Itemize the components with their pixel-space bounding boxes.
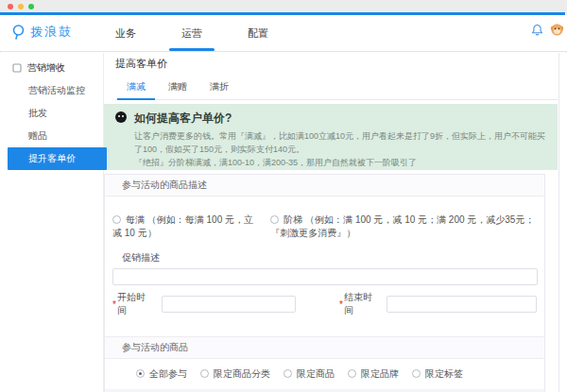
app-logo[interactable]: 拨浪鼓	[11, 24, 73, 41]
radio-option-limit-category[interactable]: 限定商品分类	[200, 367, 270, 381]
radio-label: 阶梯 （例如：满 100 元，减 10 元；满 200 元，减少35元；『刺激更…	[270, 214, 534, 238]
sidebar-group-marketing[interactable]: 营销增收	[0, 57, 103, 79]
page-title: 提高客单价	[104, 53, 567, 71]
radio-option-limit-brand[interactable]: 限定品牌	[348, 367, 399, 381]
product-scope-radio-row: 全部参与 限定商品分类 限定商品 限定品牌 限定标签	[105, 359, 544, 389]
promo-description-label: 促销描述	[122, 251, 537, 264]
nav-item-settings[interactable]: 配置	[225, 15, 291, 51]
rattle-drum-logo-icon	[11, 25, 26, 40]
sidebar-group-label: 营销增收	[27, 61, 65, 75]
logo-text: 拨浪鼓	[30, 24, 73, 41]
tip-title: 如何提高客户单价?	[134, 111, 548, 127]
promotion-form: 参与活动的商品描述 每满 （例如：每满 100 元，立减 10 元） 阶梯 （例…	[104, 174, 545, 392]
radio-label: 限定标签	[425, 368, 463, 379]
nav-item-business[interactable]: 业务	[93, 15, 159, 51]
promo-type-radio-row: 每满 （例如：每满 100 元，立减 10 元） 阶梯 （例如：满 100 元，…	[112, 213, 537, 240]
sidebar-item-wholesale[interactable]: 批发	[0, 102, 103, 125]
tab-manzhe[interactable]: 满折	[198, 77, 240, 99]
required-asterisk: *	[112, 299, 116, 310]
radio-option-all-products[interactable]: 全部参与	[136, 367, 187, 381]
end-time-label: 结束时间	[344, 291, 377, 317]
radio-checked-icon	[136, 369, 145, 378]
window-minimize-button[interactable]	[18, 4, 24, 9]
radio-option-jieti[interactable]: 阶梯 （例如：满 100 元，减 10 元；满 200 元，减少35元；『刺激更…	[270, 213, 537, 240]
end-time-input[interactable]	[387, 296, 537, 313]
radio-label: 全部参与	[149, 368, 187, 379]
sidebar: 营销增收 营销活动监控 批发 赠品 提升客单价	[0, 53, 104, 392]
section-body-product-desc: 每满 （例如：每满 100 元，立减 10 元） 阶梯 （例如：满 100 元，…	[105, 196, 544, 337]
radio-label: 限定商品分类	[214, 368, 270, 379]
radio-label: 限定品牌	[361, 368, 399, 379]
promo-tabs: 满减 满赠 满折	[115, 77, 558, 100]
tip-paragraph-1: 让客户消费更多的钱。常用『满减』，比如满100立减10元，用户看起来是打了9折，…	[134, 130, 548, 157]
radio-option-meiman[interactable]: 每满 （例如：每满 100 元，立减 10 元）	[112, 213, 253, 240]
notification-bell-icon[interactable]	[531, 24, 543, 37]
app-header: 拨浪鼓 业务 运营 配置	[0, 15, 567, 52]
radio-icon	[412, 369, 421, 378]
tip-content: 如何提高客户单价? 让客户消费更多的钱。常用『满减』，比如满100立减10元，用…	[134, 111, 548, 170]
sidebar-item-gifts[interactable]: 赠品	[0, 125, 103, 147]
time-range-row: *开始时间 *结束时间	[112, 291, 537, 317]
nav-item-operations[interactable]: 运营	[159, 15, 225, 51]
tip-box: 如何提高客户单价? 让客户消费更多的钱。常用『满减』，比如满100立减10元，用…	[104, 104, 558, 170]
window-close-button[interactable]	[8, 4, 13, 9]
radio-label: 每满 （例如：每满 100 元，立减 10 元）	[112, 214, 253, 238]
content-panel: 提高客单价 满减 满赠 满折 如何提高客户单价? 让客户消费更多的钱。常用『满减…	[104, 53, 567, 392]
sidebar-item-campaign-monitor[interactable]: 营销活动监控	[0, 79, 103, 102]
tip-paragraph-2: 『绝招』分阶梯满减，满100-10，满200-35，那用户自然就被下一阶吸引了	[134, 157, 548, 170]
promo-description-input[interactable]	[112, 268, 538, 285]
section-header-products: 参与活动的商品	[105, 337, 544, 359]
radio-option-limit-tag[interactable]: 限定标签	[412, 367, 463, 381]
required-asterisk: *	[339, 299, 343, 310]
menu-group-icon	[12, 63, 22, 73]
section-header-product-desc: 参与活动的商品描述	[105, 175, 544, 196]
face-icon	[115, 111, 127, 123]
tab-manzeng[interactable]: 满赠	[157, 77, 198, 99]
radio-label: 限定商品	[297, 368, 335, 379]
top-nav: 业务 运营 配置	[93, 15, 291, 51]
tab-manjian[interactable]: 满减	[115, 77, 157, 99]
window-titlebar	[0, 0, 567, 12]
radio-icon	[270, 215, 279, 224]
sidebar-item-raise-order-value[interactable]: 提升客单价	[8, 147, 107, 170]
radio-icon	[348, 369, 356, 378]
start-time-input[interactable]	[162, 296, 296, 313]
radio-icon	[284, 369, 292, 378]
radio-icon	[200, 369, 209, 378]
window-right-edge	[558, 53, 559, 392]
radio-option-limit-product[interactable]: 限定商品	[284, 367, 335, 381]
radio-icon	[112, 215, 121, 224]
header-actions	[531, 23, 564, 37]
window-zoom-button[interactable]	[28, 4, 34, 9]
app-screenshot: 拨浪鼓 业务 运营 配置	[0, 0, 567, 392]
user-avatar[interactable]	[550, 23, 564, 37]
start-time-label: 开始时间	[117, 291, 150, 317]
main-area: 营销增收 营销活动监控 批发 赠品 提升客单价 提高客单价 满减 满赠 满折 如…	[0, 53, 567, 392]
